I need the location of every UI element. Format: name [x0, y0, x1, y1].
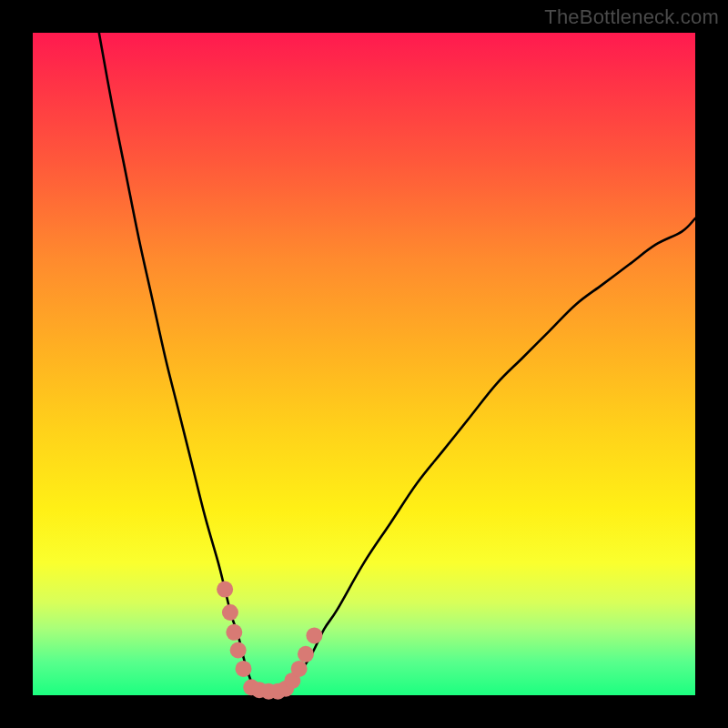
- chart-frame: TheBottleneck.com: [0, 0, 728, 728]
- watermark-text: TheBottleneck.com: [544, 5, 719, 29]
- plot-gradient-background: [33, 33, 695, 695]
